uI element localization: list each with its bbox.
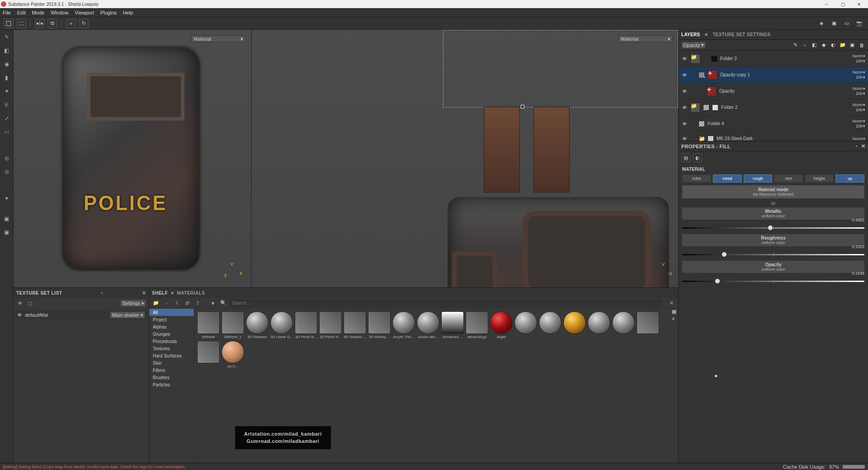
tool-mirror-icon[interactable]: ▸|◂ bbox=[35, 19, 45, 28]
viewport-3d-dropdown[interactable]: Material▾ bbox=[191, 35, 245, 42]
shelf-category[interactable]: Hard Surfaces bbox=[149, 352, 194, 359]
shelf-item[interactable] bbox=[588, 311, 610, 339]
persp-icon[interactable]: ◈ bbox=[816, 19, 826, 28]
metallic-slider[interactable]: 0.4852 bbox=[682, 224, 864, 232]
shelf-item[interactable] bbox=[539, 311, 561, 339]
eraser-tool-icon[interactable]: ◧ bbox=[2, 46, 11, 55]
shelf-item[interactable] bbox=[514, 311, 537, 339]
settings1-icon[interactable]: ◎ bbox=[2, 154, 11, 163]
close-icon[interactable]: ✕ bbox=[861, 143, 865, 149]
delete-layer-icon[interactable]: 🗑 bbox=[858, 42, 865, 49]
new-icon[interactable]: ▫ bbox=[162, 299, 170, 307]
slider-knob[interactable] bbox=[768, 225, 773, 230]
fill-layer-icon[interactable]: ◧ bbox=[811, 42, 818, 49]
layer-thumb[interactable]: ✚ bbox=[707, 86, 717, 96]
panel-undock-icon[interactable]: ▫ bbox=[101, 290, 103, 296]
export-icon[interactable]: ⇪ bbox=[193, 299, 202, 307]
shelf-item[interactable] bbox=[563, 311, 586, 339]
shelf-item[interactable]: Advanced ... bbox=[441, 311, 464, 339]
texture-set-item[interactable]: 👁 defaultMat Main shader▾ bbox=[15, 310, 147, 320]
shelf-category[interactable]: Filters bbox=[149, 367, 194, 374]
cam-icon[interactable]: ▭ bbox=[842, 19, 852, 28]
channel-height[interactable]: height bbox=[805, 174, 834, 183]
panel-close-icon[interactable]: ✕ bbox=[142, 290, 146, 296]
fill-mode-icon[interactable]: ▤ bbox=[681, 153, 690, 162]
slider-knob[interactable] bbox=[715, 278, 720, 284]
layer-row[interactable]: 👁 📁 Folder 3 Norm▾100▾ bbox=[679, 51, 868, 67]
tool-size-icon[interactable]: ⧉ bbox=[47, 19, 57, 28]
mask-thumb[interactable] bbox=[708, 136, 714, 141]
effect-icon[interactable]: ✎ bbox=[792, 42, 799, 49]
shelf-item[interactable]: 3D Worley ... bbox=[368, 311, 391, 339]
menu-plugins[interactable]: Plugins bbox=[100, 10, 117, 15]
roughness-slider[interactable]: 0.2323 bbox=[682, 251, 864, 259]
mask-thumb[interactable] bbox=[712, 104, 718, 111]
visibility-icon[interactable]: 👁 bbox=[681, 72, 688, 78]
shelf-item[interactable]: 3D Simplex ... bbox=[344, 311, 366, 339]
shelf-item[interactable] bbox=[637, 311, 659, 339]
visibility-icon[interactable]: 👁 bbox=[681, 105, 688, 110]
minimize-button[interactable]: ─ bbox=[818, 0, 835, 8]
shelf-item[interactable]: 08Week bbox=[197, 311, 220, 339]
channel-color[interactable]: color bbox=[682, 174, 711, 183]
viewport-2d-dropdown[interactable]: Material▾ bbox=[618, 35, 673, 42]
layer-row[interactable]: 👁 ✚ Opacity Norm▾100▾ bbox=[679, 83, 868, 99]
adjust-icon[interactable]: ◆ bbox=[820, 42, 827, 49]
folder-icon[interactable]: 📁 bbox=[839, 42, 846, 49]
cube-icon[interactable]: ▣ bbox=[829, 19, 839, 28]
list-view-icon[interactable]: ≡ bbox=[672, 316, 676, 321]
mask-thumb[interactable] bbox=[703, 104, 709, 111]
grid-view-icon[interactable]: ▦ bbox=[672, 309, 676, 315]
tool-add-icon[interactable]: + bbox=[66, 19, 76, 28]
shelf-category[interactable]: Alphas bbox=[149, 323, 194, 330]
search-icon[interactable]: 🔍 bbox=[219, 299, 227, 307]
shelf-search-input[interactable] bbox=[230, 300, 661, 307]
status-ok-icon[interactable]: ● bbox=[2, 193, 11, 202]
plugin1-icon[interactable]: ▣ bbox=[2, 214, 11, 223]
shelf-category[interactable]: All bbox=[149, 309, 194, 316]
shelf-tab-close-icon[interactable]: ✕ bbox=[170, 291, 174, 296]
camera-icon[interactable]: 📷 bbox=[854, 19, 864, 28]
layer-row[interactable]: 👁 📁 MK-15-Steel-Dark Norm▾ bbox=[679, 132, 868, 141]
shelf-category[interactable]: Project bbox=[149, 316, 194, 323]
shelf-item[interactable] bbox=[197, 341, 220, 368]
visibility-icon[interactable]: 👁 bbox=[681, 56, 688, 61]
mask-thumb[interactable] bbox=[711, 56, 717, 62]
shelf-category[interactable]: Procedurals bbox=[149, 338, 194, 345]
smart-icon[interactable]: ◐ bbox=[830, 42, 837, 49]
tab-layers[interactable]: LAYERS bbox=[681, 32, 700, 37]
material-mode-box[interactable]: Material mode No Resource Selected bbox=[682, 185, 864, 198]
opacity-slider[interactable]: 0.1936 bbox=[682, 277, 864, 286]
menu-viewport[interactable]: Viewport bbox=[75, 10, 94, 15]
channel-rough[interactable]: rough bbox=[744, 174, 773, 183]
clone-tool-icon[interactable]: ⎘ bbox=[2, 100, 11, 109]
projection-tool-icon[interactable]: ◉ bbox=[2, 60, 11, 69]
eye-icon[interactable]: 👁 bbox=[16, 300, 24, 307]
shelf-category[interactable]: Grunges bbox=[149, 330, 194, 338]
import-icon[interactable]: ⇩ bbox=[173, 299, 181, 307]
menu-edit[interactable]: Edit bbox=[17, 10, 26, 15]
mask-thumb[interactable] bbox=[698, 121, 705, 127]
shelf-item[interactable]: 3D Distance bbox=[246, 311, 269, 339]
layer-row[interactable]: 👁 📁 Folder 2 Norm▾100▾ bbox=[679, 99, 868, 116]
folder-open-icon[interactable]: 📁 bbox=[152, 299, 160, 307]
shelf-tab[interactable]: SHELF bbox=[152, 291, 168, 296]
select-tool-icon[interactable]: ▭ bbox=[2, 127, 11, 136]
tab-texset-settings[interactable]: TEXTURE SET SETTINGS bbox=[712, 32, 770, 37]
shelf-category[interactable]: Brushes bbox=[149, 374, 194, 381]
pick-tool-icon[interactable]: ⤢ bbox=[2, 114, 11, 123]
maximize-button[interactable]: ▢ bbox=[835, 0, 851, 8]
visibility-icon[interactable]: 👁 bbox=[681, 89, 688, 94]
undock-icon[interactable]: ▫ bbox=[855, 143, 857, 149]
tool-dots-icon[interactable] bbox=[16, 19, 26, 28]
blend-mode-dropdown[interactable]: Opacity▾ bbox=[681, 42, 706, 49]
plugin2-icon[interactable]: ▣ bbox=[2, 228, 11, 237]
shelf-item[interactable]: adobe-dim... bbox=[417, 311, 439, 339]
shelf-item[interactable]: 3D Linear G... bbox=[270, 311, 293, 339]
shelf-item[interactable]: alexav3logc bbox=[466, 311, 488, 339]
shelf-category[interactable]: Skin bbox=[149, 359, 194, 367]
layer-thumb[interactable]: ✚ bbox=[708, 70, 717, 80]
shelf-item[interactable]: Algae bbox=[490, 311, 513, 339]
viewport-3d[interactable]: Material▾ POLICE X Y Z bbox=[14, 30, 251, 287]
fill-tool-icon[interactable]: ▮ bbox=[2, 73, 11, 82]
